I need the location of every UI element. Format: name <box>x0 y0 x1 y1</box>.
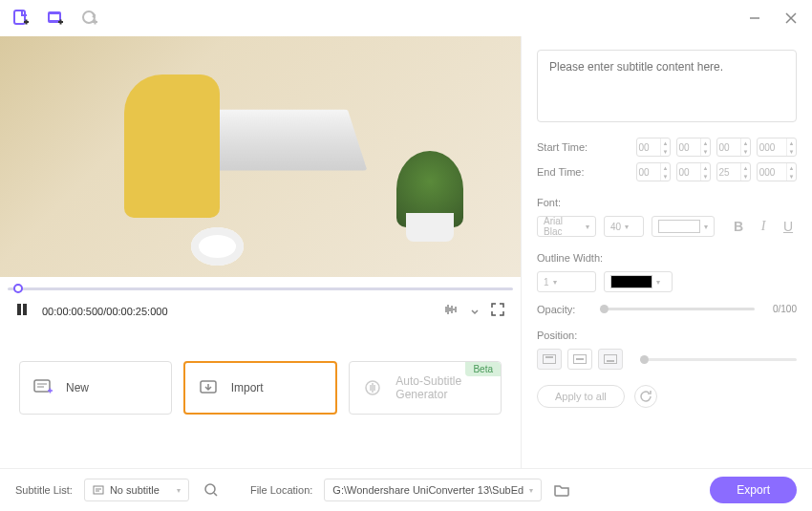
new-subtitle-icon <box>33 379 54 396</box>
opacity-slider-row: 0/100 <box>537 304 797 314</box>
left-panel: 00:00:00:500/00:00:25:000 New <box>0 36 522 468</box>
file-location-label: File Location: <box>250 484 312 496</box>
seek-thumb[interactable] <box>13 284 23 293</box>
video-preview[interactable] <box>0 36 521 277</box>
subtitle-list-label: Subtitle List: <box>15 484 73 496</box>
action-buttons: New Import Beta Auto-Subtitle Generator <box>0 329 521 434</box>
bottom-bar: Subtitle List: No subtitle ▾ File Locati… <box>0 468 812 511</box>
position-middle-button[interactable] <box>567 349 592 370</box>
apply-row: Apply to all <box>537 385 797 408</box>
close-icon[interactable] <box>780 7 802 30</box>
end-min-stepper[interactable]: 00▲▼ <box>676 162 711 181</box>
end-time-row: End Time: 00▲▼ 00▲▼ 25▲▼ 000▲▼ <box>537 162 797 181</box>
file-location-dropdown[interactable]: G:\Wondershare UniConverter 13\SubEd ▾ <box>324 479 542 501</box>
new-label: New <box>66 381 89 394</box>
end-hour-stepper[interactable]: 00▲▼ <box>636 162 671 181</box>
svg-rect-0 <box>14 11 25 24</box>
import-label: Import <box>231 381 264 394</box>
add-file-icon[interactable] <box>10 7 32 30</box>
start-time-row: Start Time: 00▲▼ 00▲▼ 00▲▼ 000▲▼ <box>537 138 797 157</box>
window-controls <box>743 7 802 30</box>
subtitle-input[interactable] <box>537 50 797 122</box>
chevron-down-icon[interactable] <box>471 303 479 320</box>
apply-all-button[interactable]: Apply to all <box>537 385 625 408</box>
title-bar <box>0 0 812 36</box>
new-button[interactable]: New <box>19 361 172 415</box>
position-bottom-button[interactable] <box>598 349 623 370</box>
beta-badge: Beta <box>465 362 501 376</box>
start-time-label: Start Time: <box>537 141 590 153</box>
playback-controls: 00:00:00:500/00:00:25:000 <box>0 294 521 329</box>
svg-rect-2 <box>50 14 59 20</box>
opacity-value: 0/100 <box>764 304 797 314</box>
import-button[interactable]: Import <box>183 361 338 415</box>
right-panel: Start Time: 00▲▼ 00▲▼ 00▲▼ 000▲▼ End Tim… <box>522 36 812 468</box>
refresh-add-icon[interactable] <box>78 7 101 30</box>
position-label: Position: <box>537 330 797 341</box>
auto-label: Auto-Subtitle Generator <box>395 374 487 401</box>
auto-subtitle-button[interactable]: Beta Auto-Subtitle Generator <box>349 361 502 415</box>
svg-point-10 <box>205 484 215 494</box>
minimize-icon[interactable] <box>743 7 766 30</box>
end-time-label: End Time: <box>537 166 590 178</box>
subtitle-list-dropdown[interactable]: No subtitle ▾ <box>84 479 189 501</box>
import-icon <box>199 379 220 396</box>
add-folder-icon[interactable] <box>44 7 67 30</box>
pause-button[interactable] <box>15 303 29 320</box>
subtitle-icon <box>93 484 104 496</box>
start-min-stepper[interactable]: 00▲▼ <box>676 138 711 157</box>
position-slider[interactable] <box>640 358 797 361</box>
end-sec-stepper[interactable]: 25▲▼ <box>716 162 751 181</box>
outline-color-dropdown[interactable]: ▾ <box>604 271 673 292</box>
opacity-slider[interactable] <box>600 308 755 310</box>
audio-waveform-icon[interactable] <box>442 303 459 320</box>
font-family-dropdown[interactable]: Arial Blac▾ <box>537 216 596 237</box>
fullscreen-icon[interactable] <box>490 302 505 321</box>
main-content: 00:00:00:500/00:00:25:000 New <box>0 36 812 468</box>
start-ms-stepper[interactable]: 000▲▼ <box>757 138 797 157</box>
export-button[interactable]: Export <box>710 477 797 503</box>
svg-rect-6 <box>34 380 50 392</box>
reset-button[interactable] <box>634 385 657 408</box>
start-hour-stepper[interactable]: 00▲▼ <box>636 138 671 157</box>
seek-bar[interactable] <box>0 277 521 294</box>
outline-controls: 1▾ ▾ <box>537 271 797 292</box>
italic-button[interactable]: I <box>755 218 772 235</box>
end-ms-stepper[interactable]: 000▲▼ <box>757 162 797 181</box>
font-controls: Arial Blac▾ 40▾ ▾ B I U <box>537 216 797 237</box>
bold-button[interactable]: B <box>730 218 747 235</box>
font-size-dropdown[interactable]: 40▾ <box>604 216 644 237</box>
outline-color-swatch <box>610 275 652 288</box>
svg-rect-4 <box>17 304 21 315</box>
time-display: 00:00:00:500/00:00:25:000 <box>42 306 168 317</box>
start-sec-stepper[interactable]: 00▲▼ <box>716 138 751 157</box>
auto-subtitle-icon <box>363 379 384 396</box>
search-button[interactable] <box>201 479 222 500</box>
svg-rect-9 <box>94 486 103 494</box>
position-controls <box>537 349 797 370</box>
outline-width-dropdown[interactable]: 1▾ <box>537 271 596 292</box>
svg-rect-5 <box>23 304 27 315</box>
underline-button[interactable]: U <box>780 218 797 235</box>
outline-section-label: Outline Width: <box>537 252 797 264</box>
font-color-dropdown[interactable]: ▾ <box>652 216 715 237</box>
position-top-button[interactable] <box>537 349 562 370</box>
toolbar-left <box>10 7 101 30</box>
font-color-swatch <box>658 220 700 233</box>
open-folder-button[interactable] <box>553 481 570 499</box>
font-section-label: Font: <box>537 197 797 208</box>
